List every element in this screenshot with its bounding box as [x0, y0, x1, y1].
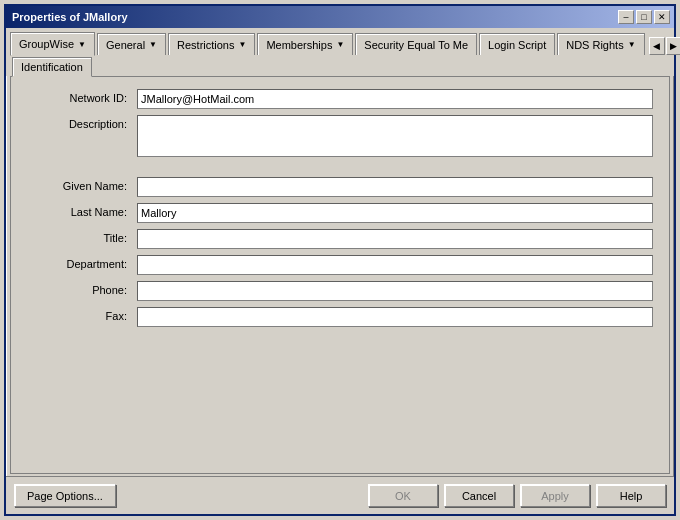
- title-input[interactable]: [137, 229, 653, 249]
- bottom-area: Page Options... OK Cancel Apply Help: [6, 476, 674, 514]
- department-input[interactable]: [137, 255, 653, 275]
- groupwise-arrow-icon: ▼: [78, 40, 86, 49]
- given-name-input[interactable]: [137, 177, 653, 197]
- tab-next-button[interactable]: ▶: [666, 37, 680, 55]
- tab-security-equal[interactable]: Security Equal To Me: [355, 33, 477, 55]
- tab-groupwise[interactable]: GroupWise ▼: [10, 32, 95, 56]
- spacer-2: [137, 163, 653, 171]
- minimize-button[interactable]: –: [618, 10, 634, 24]
- title-bar: Properties of JMallory – □ ✕: [6, 6, 674, 28]
- tab-login-script[interactable]: Login Script: [479, 33, 555, 55]
- memberships-arrow-icon: ▼: [336, 40, 344, 49]
- tab-nav-group: ◀ ▶: [649, 37, 680, 55]
- ok-button[interactable]: OK: [368, 484, 438, 507]
- bottom-left: Page Options...: [14, 484, 116, 507]
- restrictions-arrow-icon: ▼: [238, 40, 246, 49]
- spacer-1: [27, 163, 137, 171]
- tab-prev-button[interactable]: ◀: [649, 37, 665, 55]
- network-id-input[interactable]: [137, 89, 653, 109]
- tab-restrictions[interactable]: Restrictions ▼: [168, 33, 255, 55]
- content-area: Network ID: Description: Given Name: Las…: [10, 76, 670, 474]
- fax-input[interactable]: [137, 307, 653, 327]
- page-options-button[interactable]: Page Options...: [14, 484, 116, 507]
- subtab-identification[interactable]: Identification: [12, 57, 92, 77]
- help-button[interactable]: Help: [596, 484, 666, 507]
- window-title: Properties of JMallory: [10, 11, 128, 23]
- tabs-row: GroupWise ▼ General ▼ Restrictions ▼ Mem…: [10, 32, 670, 55]
- fax-label: Fax:: [27, 307, 137, 322]
- nds-arrow-icon: ▼: [628, 40, 636, 49]
- phone-label: Phone:: [27, 281, 137, 296]
- phone-input[interactable]: [137, 281, 653, 301]
- title-bar-buttons: – □ ✕: [618, 10, 670, 24]
- tab-nds-rights[interactable]: NDS Rights ▼: [557, 33, 644, 55]
- maximize-button[interactable]: □: [636, 10, 652, 24]
- tab-general[interactable]: General ▼: [97, 33, 166, 55]
- tab-memberships[interactable]: Memberships ▼: [257, 33, 353, 55]
- network-id-label: Network ID:: [27, 89, 137, 104]
- given-name-label: Given Name:: [27, 177, 137, 192]
- properties-window: Properties of JMallory – □ ✕ GroupWise ▼…: [4, 4, 676, 516]
- cancel-button[interactable]: Cancel: [444, 484, 514, 507]
- last-name-label: Last Name:: [27, 203, 137, 218]
- bottom-right: OK Cancel Apply Help: [368, 484, 666, 507]
- apply-button[interactable]: Apply: [520, 484, 590, 507]
- general-arrow-icon: ▼: [149, 40, 157, 49]
- title-label: Title:: [27, 229, 137, 244]
- description-input[interactable]: [137, 115, 653, 157]
- last-name-input[interactable]: [137, 203, 653, 223]
- form-grid: Network ID: Description: Given Name: Las…: [27, 89, 653, 327]
- tabs-container: GroupWise ▼ General ▼ Restrictions ▼ Mem…: [6, 28, 674, 76]
- close-button[interactable]: ✕: [654, 10, 670, 24]
- description-label: Description:: [27, 115, 137, 130]
- department-label: Department:: [27, 255, 137, 270]
